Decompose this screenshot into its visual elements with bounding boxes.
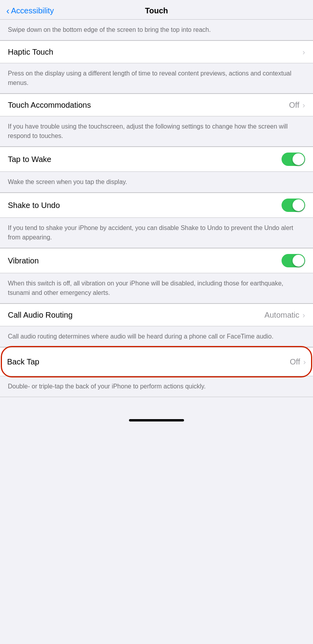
- call-audio-routing-section: Call Audio Routing Automatic ›: [0, 304, 313, 326]
- vibration-description: When this switch is off, all vibration o…: [0, 273, 313, 304]
- call-audio-routing-right: Automatic ›: [264, 311, 305, 320]
- call-audio-routing-row[interactable]: Call Audio Routing Automatic ›: [0, 304, 313, 326]
- back-button-label: Accessibility: [11, 6, 54, 15]
- haptic-touch-label: Haptic Touch: [8, 48, 53, 57]
- touch-accommodations-section: Touch Accommodations Off ›: [0, 94, 313, 116]
- call-audio-routing-label: Call Audio Routing: [8, 311, 73, 320]
- shake-to-undo-section: Shake to Undo: [0, 193, 313, 218]
- tap-to-wake-description: Wake the screen when you tap the display…: [0, 172, 313, 193]
- haptic-touch-section: Haptic Touch ›: [0, 40, 313, 63]
- touch-accommodations-description: If you have trouble using the touchscree…: [0, 116, 313, 147]
- tap-to-wake-row: Tap to Wake: [0, 147, 313, 171]
- tap-to-wake-toggle[interactable]: [282, 153, 305, 166]
- navigation-header: ‹ Accessibility Touch: [0, 0, 313, 20]
- reachability-description: Swipe down on the bottom edge of the scr…: [0, 20, 313, 40]
- home-bar: [129, 419, 184, 421]
- shake-to-undo-description: If you tend to shake your iPhone by acci…: [0, 218, 313, 248]
- back-tap-chevron-icon: ›: [303, 357, 306, 366]
- back-tap-label: Back Tap: [7, 357, 39, 366]
- vibration-row: Vibration: [0, 248, 313, 273]
- vibration-toggle[interactable]: [282, 254, 305, 267]
- touch-accommodations-right: Off ›: [289, 101, 305, 110]
- back-tap-value: Off: [290, 357, 300, 366]
- call-audio-routing-chevron-icon: ›: [302, 311, 305, 320]
- haptic-touch-chevron-icon: ›: [302, 48, 305, 57]
- shake-to-undo-toggle-knob: [293, 199, 304, 211]
- vibration-label: Vibration: [8, 256, 39, 265]
- haptic-touch-right: ›: [302, 48, 305, 57]
- touch-accommodations-value: Off: [289, 101, 299, 110]
- shake-to-undo-label: Shake to Undo: [8, 201, 60, 210]
- back-tap-section: Back Tap Off ›: [0, 347, 313, 376]
- shake-to-undo-row: Shake to Undo: [0, 193, 313, 217]
- home-indicator: [0, 413, 313, 428]
- call-audio-routing-description: Call audio routing determines where audi…: [0, 326, 313, 347]
- tap-to-wake-section: Tap to Wake: [0, 147, 313, 172]
- shake-to-undo-toggle[interactable]: [282, 199, 305, 212]
- back-tap-highlight: Back Tap Off ›: [5, 351, 308, 373]
- call-audio-routing-value: Automatic: [264, 311, 299, 320]
- vibration-section: Vibration: [0, 248, 313, 273]
- touch-accommodations-chevron-icon: ›: [302, 101, 305, 110]
- back-tap-description: Double- or triple-tap the back of your i…: [0, 376, 313, 397]
- tap-to-wake-label: Tap to Wake: [8, 155, 51, 164]
- settings-content: Swipe down on the bottom edge of the scr…: [0, 20, 313, 413]
- haptic-touch-description: Press on the display using a different l…: [0, 63, 313, 94]
- back-chevron-icon: ‹: [6, 6, 9, 16]
- tap-to-wake-toggle-knob: [293, 153, 304, 165]
- back-tap-right: Off ›: [290, 357, 306, 366]
- vibration-toggle-knob: [293, 255, 304, 267]
- back-button[interactable]: ‹ Accessibility: [6, 6, 54, 16]
- haptic-touch-row[interactable]: Haptic Touch ›: [0, 41, 313, 63]
- page-title: Touch: [145, 6, 168, 15]
- back-tap-row[interactable]: Back Tap Off ›: [5, 351, 308, 373]
- touch-accommodations-label: Touch Accommodations: [8, 101, 91, 110]
- touch-accommodations-row[interactable]: Touch Accommodations Off ›: [0, 94, 313, 116]
